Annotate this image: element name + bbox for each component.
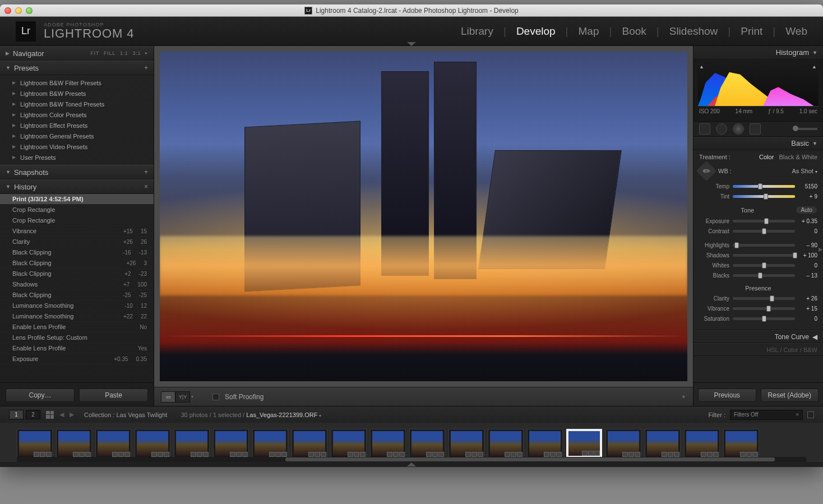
histogram-canvas[interactable]: ▲ ▲ bbox=[698, 63, 819, 107]
preset-folder-item[interactable]: ▶Lightroom B&W Toned Presets bbox=[12, 99, 154, 109]
paste-button[interactable]: Paste bbox=[79, 389, 148, 402]
module-develop[interactable]: Develop bbox=[516, 25, 556, 38]
filmstrip-thumbnail[interactable] bbox=[527, 429, 563, 458]
filter-lock-icon[interactable] bbox=[807, 411, 814, 418]
right-panel-collapse-handle[interactable]: ▶ bbox=[819, 242, 823, 257]
nav-back-icon[interactable]: ◀ bbox=[59, 411, 64, 418]
filmstrip-thumbnail[interactable] bbox=[566, 429, 602, 458]
history-row[interactable]: Luminance Smoothing+2222 bbox=[0, 311, 154, 322]
preset-folder-item[interactable]: ▶Lightroom Effect Presets bbox=[12, 120, 154, 131]
preset-folder-item[interactable]: ▶Lightroom Video Presets bbox=[12, 141, 154, 152]
history-row[interactable]: Lens Profile Setup: Custom bbox=[0, 332, 154, 343]
history-row[interactable]: Exposure+0.350.35 bbox=[0, 354, 154, 364]
history-row[interactable]: Enable Lens ProfileNo bbox=[0, 322, 154, 332]
brush-tool-icon[interactable] bbox=[795, 128, 817, 130]
slider-temp[interactable]: Temp5150 bbox=[699, 182, 817, 191]
filmstrip-thumbnail[interactable] bbox=[409, 429, 445, 458]
filmstrip-thumbnail[interactable] bbox=[370, 429, 406, 458]
slider-saturation[interactable]: Saturation0 bbox=[699, 314, 817, 323]
filmstrip-thumbnail[interactable] bbox=[252, 429, 288, 458]
grid-view-icon[interactable] bbox=[46, 411, 54, 419]
filmstrip[interactable] bbox=[0, 423, 823, 462]
slider-blacks[interactable]: Blacks– 13 bbox=[699, 271, 817, 280]
spot-removal-tool-icon[interactable] bbox=[716, 123, 727, 135]
history-row[interactable]: Print (3/3/12 4:52:54 PM) bbox=[0, 194, 154, 205]
treatment-bw[interactable]: Black & White bbox=[779, 154, 817, 160]
module-library[interactable]: Library bbox=[461, 25, 493, 38]
filmstrip-thumbnail[interactable] bbox=[135, 429, 170, 458]
module-print[interactable]: Print bbox=[741, 25, 762, 38]
copy-button[interactable]: Copy… bbox=[6, 389, 75, 402]
history-row[interactable]: Vibrance+1515 bbox=[0, 226, 154, 237]
nav-zoom-fill[interactable]: FILL bbox=[104, 50, 115, 56]
previous-button[interactable]: Previous bbox=[698, 389, 756, 402]
preset-folder-item[interactable]: ▶Lightroom Color Presets bbox=[12, 109, 154, 120]
redeye-tool-icon[interactable] bbox=[733, 123, 744, 135]
histogram-header[interactable]: Histogram▼ bbox=[693, 46, 823, 59]
module-web[interactable]: Web bbox=[785, 25, 807, 38]
history-clear-button[interactable]: × bbox=[144, 183, 148, 191]
history-row[interactable]: Crop Rectangle bbox=[0, 205, 154, 215]
nav-zoom-fit[interactable]: FIT bbox=[90, 50, 99, 56]
filmstrip-thumbnail[interactable] bbox=[488, 429, 524, 458]
filmstrip-thumbnail[interactable] bbox=[605, 429, 641, 458]
snapshots-add-button[interactable]: + bbox=[144, 168, 148, 176]
filmstrip-thumbnail[interactable] bbox=[292, 429, 327, 458]
history-row[interactable]: Black Clipping+2-23 bbox=[0, 269, 154, 279]
slider-clarity[interactable]: Clarity+ 26 bbox=[699, 294, 817, 303]
filmstrip-thumbnail[interactable] bbox=[331, 429, 367, 458]
slider-vibrance[interactable]: Vibrance+ 15 bbox=[699, 304, 817, 313]
monitor-1-button[interactable]: 1 bbox=[9, 410, 24, 419]
wb-dropdown[interactable]: As Shot ▾ bbox=[792, 168, 817, 174]
history-row[interactable]: Enable Lens ProfileYes bbox=[0, 343, 154, 354]
history-header[interactable]: ▼History × bbox=[0, 179, 154, 194]
history-row[interactable]: Black Clipping-16-13 bbox=[0, 247, 154, 258]
history-row[interactable]: Black Clipping-25-25 bbox=[0, 290, 154, 300]
history-row[interactable]: Black Clipping+263 bbox=[0, 258, 154, 269]
module-slideshow[interactable]: Slideshow bbox=[669, 25, 718, 38]
monitor-2-button[interactable]: 2 bbox=[26, 410, 40, 419]
slider-tint[interactable]: Tint+ 9 bbox=[699, 192, 817, 201]
slider-highlights[interactable]: Highlights– 90 bbox=[699, 241, 817, 250]
filmstrip-thumbnail[interactable] bbox=[56, 429, 92, 458]
treatment-color[interactable]: Color bbox=[759, 154, 774, 160]
snapshots-header[interactable]: ▼Snapshots + bbox=[0, 165, 154, 179]
preset-folder-item[interactable]: ▶Lightroom B&W Filter Presets bbox=[12, 77, 154, 88]
nav-forward-icon[interactable]: ▶ bbox=[70, 411, 74, 418]
preset-folder-item[interactable]: ▶User Presets bbox=[12, 152, 154, 163]
filmstrip-thumbnail[interactable] bbox=[95, 429, 131, 458]
filmstrip-scrollbar[interactable] bbox=[17, 457, 806, 462]
auto-tone-button[interactable]: Auto bbox=[796, 206, 817, 214]
filmstrip-thumbnail[interactable] bbox=[645, 429, 681, 458]
presets-header[interactable]: ▼Presets + bbox=[0, 61, 154, 75]
history-row[interactable]: Shadows+7100 bbox=[0, 279, 154, 290]
filmstrip-thumbnail[interactable] bbox=[174, 429, 210, 458]
reset-button[interactable]: Reset (Adobe) bbox=[761, 389, 819, 402]
basic-header[interactable]: Basic▼ bbox=[693, 137, 823, 150]
tonecurve-header[interactable]: Tone Curve◀ bbox=[693, 330, 823, 343]
filter-dropdown[interactable]: Filters Off≡ bbox=[730, 410, 803, 420]
nav-zoom-1to1[interactable]: 1:1 bbox=[120, 50, 128, 56]
slider-whites[interactable]: Whites0 bbox=[699, 261, 817, 270]
history-row[interactable]: Clarity+2626 bbox=[0, 237, 154, 247]
slider-shadows[interactable]: Shadows+ 100 bbox=[699, 251, 817, 260]
filmstrip-thumbnail[interactable] bbox=[449, 429, 484, 458]
filmstrip-thumbnail[interactable] bbox=[17, 429, 53, 458]
preset-folder-item[interactable]: ▶Lightroom General Presets bbox=[12, 131, 154, 141]
filmstrip-collapse-handle[interactable] bbox=[0, 462, 823, 467]
preset-folder-item[interactable]: ▶Lightroom B&W Presets bbox=[12, 88, 154, 99]
presets-add-button[interactable]: + bbox=[144, 64, 148, 72]
highlight-clip-indicator[interactable]: ▲ bbox=[812, 64, 817, 70]
filmstrip-thumbnail[interactable] bbox=[684, 429, 720, 458]
slider-exposure[interactable]: Exposure+ 0.35 bbox=[699, 216, 817, 226]
nav-zoom-3to1[interactable]: 3:1 bbox=[133, 50, 141, 56]
hsl-header[interactable]: HSL / Color / B&W bbox=[693, 343, 823, 356]
graduated-filter-tool-icon[interactable] bbox=[750, 123, 761, 135]
wb-eyedropper-icon[interactable]: ✎ bbox=[696, 161, 717, 182]
before-after-yy-button[interactable]: Y|Y bbox=[175, 391, 190, 403]
module-map[interactable]: Map bbox=[579, 25, 599, 38]
module-book[interactable]: Book bbox=[622, 25, 646, 38]
history-row[interactable]: Luminance Smoothing-1012 bbox=[0, 300, 154, 311]
image-viewport[interactable] bbox=[154, 46, 693, 387]
filmstrip-thumbnail[interactable] bbox=[213, 429, 249, 458]
